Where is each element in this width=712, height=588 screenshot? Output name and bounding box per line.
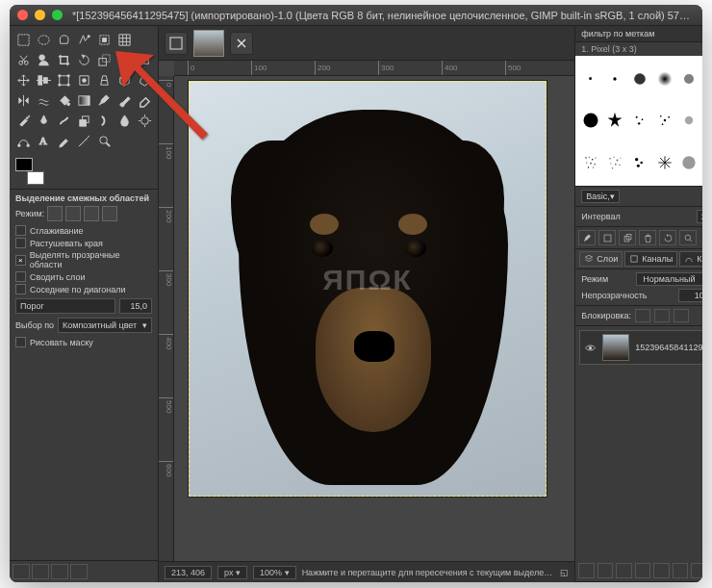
- titlebar[interactable]: *[152396456411295475] (импортировано)-1.…: [10, 5, 702, 26]
- brush-item[interactable]: [653, 60, 675, 98]
- nav-control-icon[interactable]: ◱: [560, 568, 569, 577]
- select-by-dropdown[interactable]: Композитный цвет▾: [58, 318, 152, 333]
- scale-tool[interactable]: [94, 50, 114, 69]
- status-units[interactable]: px ▾: [217, 566, 247, 579]
- threed-tool[interactable]: [114, 70, 134, 89]
- delete-brush-button[interactable]: [639, 230, 656, 245]
- tab-channels[interactable]: Каналы: [624, 251, 677, 267]
- reset-preset-button[interactable]: [70, 564, 88, 579]
- eraser-tool[interactable]: [135, 90, 154, 110]
- fuzzy-select-tool[interactable]: [74, 30, 93, 49]
- mode-subtract[interactable]: [84, 206, 99, 221]
- bg-color-swatch[interactable]: [27, 171, 44, 185]
- duplicate-brush-button[interactable]: [619, 230, 636, 245]
- handle-transform-tool[interactable]: [74, 70, 93, 89]
- feather-checkbox[interactable]: [15, 238, 26, 248]
- merge-checkbox[interactable]: [15, 271, 26, 282]
- color-select-tool[interactable]: [94, 30, 114, 49]
- ink-tool[interactable]: [34, 111, 53, 130]
- brush-item[interactable]: [579, 101, 601, 140]
- fg-bg-colors[interactable]: [15, 158, 44, 185]
- draw-mask-checkbox[interactable]: [15, 337, 26, 347]
- paintbrush-tool[interactable]: [114, 90, 134, 110]
- rect-select-tool[interactable]: [13, 30, 33, 49]
- duplicate-layer-button[interactable]: [653, 563, 670, 578]
- mode-replace[interactable]: [47, 206, 63, 221]
- zoom-tool[interactable]: [94, 131, 114, 150]
- brush-item[interactable]: [653, 143, 675, 182]
- save-preset-button[interactable]: [13, 564, 30, 579]
- close-image-button[interactable]: [230, 32, 253, 55]
- brush-item[interactable]: [678, 60, 700, 98]
- brush-interval-value[interactable]: 20,0: [697, 210, 702, 223]
- status-zoom[interactable]: 100% ▾: [253, 566, 296, 579]
- brush-item[interactable]: [629, 143, 651, 182]
- pencil-tool[interactable]: [94, 90, 114, 110]
- free-select-tool[interactable]: [54, 30, 73, 49]
- dodge-tool[interactable]: [135, 111, 154, 130]
- brush-item[interactable]: [678, 143, 700, 182]
- smudge-tool[interactable]: [94, 111, 114, 130]
- merge-layer-button[interactable]: [673, 563, 689, 578]
- layer-row[interactable]: 15239645841129: [579, 330, 702, 365]
- bucket-tool[interactable]: [54, 90, 73, 110]
- image-tab-thumb[interactable]: [193, 30, 224, 57]
- brush-item[interactable]: [629, 60, 651, 98]
- new-brush-button[interactable]: [598, 230, 616, 245]
- clone-tool[interactable]: [74, 111, 93, 130]
- brush-item[interactable]: [579, 60, 601, 98]
- mode-add[interactable]: [65, 206, 81, 221]
- brush-item[interactable]: [604, 143, 626, 182]
- cage-tool[interactable]: [135, 70, 154, 89]
- mask-layer-button[interactable]: [691, 563, 702, 578]
- brush-item[interactable]: [579, 143, 601, 182]
- warp-tool[interactable]: [34, 90, 53, 110]
- flip-tool[interactable]: [13, 90, 33, 110]
- brush-item[interactable]: [653, 101, 675, 140]
- lower-layer-button[interactable]: [635, 563, 651, 578]
- align-tool[interactable]: [34, 70, 53, 89]
- crop-tool[interactable]: [54, 50, 73, 69]
- grid-tool[interactable]: [114, 30, 134, 49]
- lock-position-button[interactable]: [654, 309, 670, 322]
- layer-mode-dropdown[interactable]: Нормальный▾: [636, 272, 702, 286]
- raise-layer-button[interactable]: [616, 563, 632, 578]
- close-icon[interactable]: [17, 10, 28, 20]
- lock-alpha-button[interactable]: [674, 309, 689, 322]
- restore-preset-button[interactable]: [32, 564, 49, 579]
- scissors-tool[interactable]: [13, 50, 33, 69]
- measure-tool[interactable]: [74, 131, 93, 150]
- move-tool[interactable]: [13, 70, 33, 89]
- minimize-icon[interactable]: [35, 10, 45, 20]
- blur-tool[interactable]: [114, 111, 134, 130]
- ellipse-select-tool[interactable]: [34, 30, 53, 49]
- unified-transform-tool[interactable]: [54, 70, 73, 89]
- canvas-image[interactable]: ЯПΩК: [188, 80, 547, 498]
- zoom-icon[interactable]: [52, 10, 63, 20]
- antialias-checkbox[interactable]: [15, 225, 26, 236]
- foreground-select-tool[interactable]: [34, 50, 53, 69]
- layer-thumb[interactable]: [602, 334, 629, 361]
- lock-pixels-button[interactable]: [635, 309, 650, 322]
- brush-preset-dropdown[interactable]: Basic,▾: [581, 190, 620, 203]
- new-layer-button[interactable]: [578, 563, 595, 578]
- canvas[interactable]: ЯПΩК: [174, 76, 574, 561]
- fg-color-swatch[interactable]: [15, 158, 33, 171]
- edit-brush-button[interactable]: [578, 230, 596, 245]
- gradient-tool[interactable]: [74, 90, 93, 110]
- mypaint-tool[interactable]: [54, 111, 73, 130]
- brushes-grid[interactable]: [575, 56, 702, 187]
- color-picker-tool[interactable]: [54, 131, 73, 150]
- path-tool[interactable]: [13, 131, 33, 150]
- layer-name[interactable]: 15239645841129: [635, 343, 702, 352]
- brush-item[interactable]: [604, 60, 626, 98]
- mode-intersect[interactable]: [102, 206, 117, 221]
- refresh-brush-button[interactable]: [659, 230, 676, 245]
- perspective-tool[interactable]: [94, 70, 114, 89]
- brush-zoom-button[interactable]: [679, 230, 697, 245]
- tab-paths[interactable]: Контуры: [679, 251, 702, 267]
- text-tool[interactable]: A: [34, 131, 53, 150]
- ruler-horizontal[interactable]: 0 100 200 300 400 500: [174, 61, 574, 76]
- eye-icon[interactable]: [583, 341, 597, 354]
- airbrush-tool[interactable]: [13, 111, 33, 130]
